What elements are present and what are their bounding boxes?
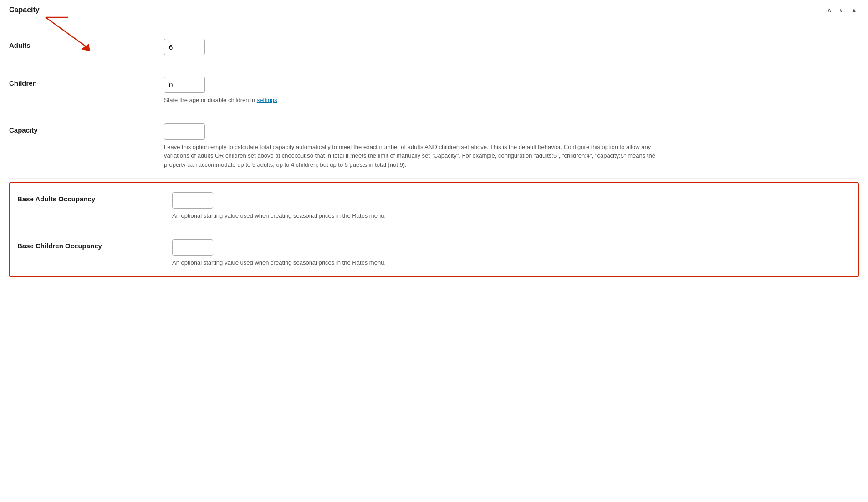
children-row: Children State the age or disable childr…	[9, 67, 859, 114]
content-area: Adults Children State the age or disable…	[0, 20, 868, 286]
adults-label: Adults	[9, 39, 164, 49]
base-occupancy-section: Base Adults Occupancy An optional starti…	[9, 182, 859, 277]
children-label: Children	[9, 77, 164, 87]
capacity-label: Capacity	[9, 123, 164, 134]
header-controls: ∧ ∨ ▲	[825, 5, 859, 15]
children-description-text: State the age or disable children in	[164, 97, 257, 103]
children-field-content: State the age or disable children in set…	[164, 77, 859, 105]
section-title: Capacity	[9, 6, 40, 14]
scroll-down-button[interactable]: ∨	[837, 5, 845, 15]
page-container: Capacity ∧ ∨ ▲ Adults Children	[0, 0, 868, 502]
children-input[interactable]	[164, 77, 205, 93]
collapse-button[interactable]: ▲	[849, 5, 859, 15]
base-children-input[interactable]	[172, 239, 213, 256]
base-adults-description: An optional starting value used when cre…	[172, 211, 673, 220]
scroll-up-button[interactable]: ∧	[825, 5, 833, 15]
base-adults-label: Base Adults Occupancy	[17, 192, 172, 203]
base-children-row: Base Children Occupancy An optional star…	[17, 230, 851, 277]
children-description-end: .	[277, 97, 279, 103]
base-children-field-content: An optional starting value used when cre…	[172, 239, 851, 267]
adults-input[interactable]	[164, 39, 205, 55]
base-adults-field-content: An optional starting value used when cre…	[172, 192, 851, 220]
adults-row: Adults	[9, 30, 859, 67]
adults-field-content	[164, 39, 859, 58]
capacity-field-content: Leave this option empty to calculate tot…	[164, 123, 859, 169]
capacity-input[interactable]	[164, 123, 205, 140]
base-adults-row: Base Adults Occupancy An optional starti…	[17, 183, 851, 230]
capacity-description: Leave this option empty to calculate tot…	[164, 143, 665, 169]
children-description: State the age or disable children in set…	[164, 96, 665, 105]
base-adults-input[interactable]	[172, 192, 213, 209]
capacity-row: Capacity Leave this option empty to calc…	[9, 114, 859, 179]
section-header: Capacity ∧ ∨ ▲	[0, 0, 868, 20]
settings-link[interactable]: settings	[257, 97, 277, 103]
base-children-description: An optional starting value used when cre…	[172, 258, 673, 267]
base-children-label: Base Children Occupancy	[17, 239, 172, 250]
